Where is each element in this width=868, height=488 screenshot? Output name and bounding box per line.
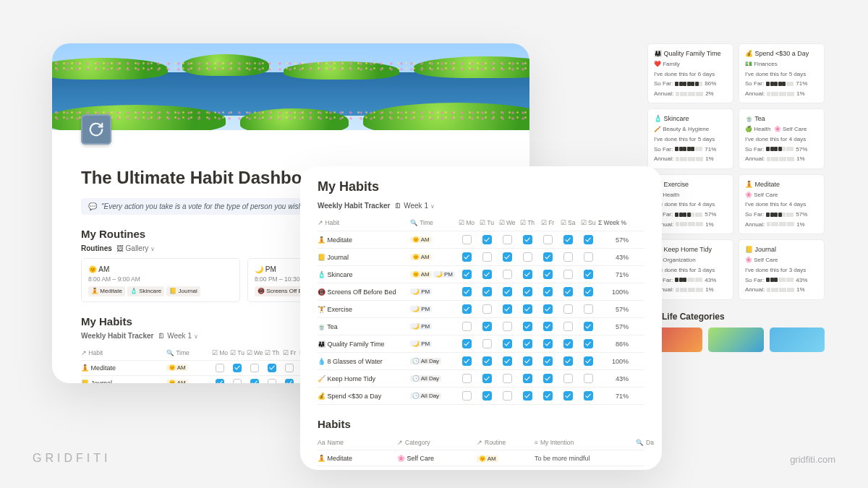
day-checkbox[interactable]: [558, 339, 578, 348]
day-checkbox[interactable]: [456, 287, 477, 296]
day-checkbox[interactable]: [477, 304, 497, 314]
day-checkbox[interactable]: [578, 322, 598, 331]
day-checkbox[interactable]: [558, 270, 578, 279]
life-category-thumb[interactable]: [770, 328, 825, 352]
day-checkbox[interactable]: [497, 374, 517, 383]
day-checkbox[interactable]: [537, 322, 558, 331]
day-checkbox[interactable]: [497, 391, 517, 401]
day-checkbox[interactable]: [537, 356, 558, 366]
day-checkbox[interactable]: [497, 322, 517, 331]
day-checkbox[interactable]: [517, 287, 537, 296]
day-checkbox[interactable]: [558, 304, 578, 314]
day-checkbox[interactable]: [456, 374, 477, 383]
day-checkbox[interactable]: [517, 270, 537, 279]
day-checkbox[interactable]: [497, 304, 517, 314]
habit-row[interactable]: 🍵 Tea 🌙 PM 57%: [318, 318, 644, 335]
habit-row[interactable]: 📵 Screens Off Before Bed 🌙 PM 100%: [318, 283, 644, 301]
day-checkbox[interactable]: [477, 322, 497, 331]
day-checkbox[interactable]: [558, 252, 578, 262]
day-checkbox[interactable]: [456, 322, 477, 331]
day-checkbox[interactable]: [281, 379, 298, 383]
day-checkbox[interactable]: [578, 270, 598, 279]
day-checkbox[interactable]: [456, 391, 477, 401]
day-checkbox[interactable]: [578, 339, 598, 348]
day-checkbox[interactable]: [229, 379, 246, 383]
habit-row[interactable]: 💧 8 Glasses of Water 🕒 All Day 100%: [318, 353, 644, 370]
day-checkbox[interactable]: [477, 235, 497, 244]
day-checkbox[interactable]: [537, 339, 558, 348]
stat-card[interactable]: 🧴 Skincare 🪥 Beauty & Hygiene I've done …: [647, 108, 733, 168]
day-checkbox[interactable]: [558, 374, 578, 383]
routine-card[interactable]: 🌞 AM 8:00 AM – 9:00 AM 🧘 Meditate🧴 Skinc…: [81, 258, 240, 302]
day-checkbox[interactable]: [211, 364, 229, 372]
day-checkbox[interactable]: [497, 235, 517, 244]
day-checkbox[interactable]: [477, 391, 497, 401]
day-checkbox[interactable]: [578, 374, 598, 383]
day-checkbox[interactable]: [477, 270, 497, 279]
day-checkbox[interactable]: [477, 287, 497, 296]
detail-row[interactable]: 📒 Journal 🌸 Self Care 🌞 AM To have an ou…: [318, 466, 644, 470]
habit-row[interactable]: 💰 Spend <$30 a Day 🕒 All Day 71%: [318, 388, 644, 405]
day-checkbox[interactable]: [263, 364, 281, 372]
day-checkbox[interactable]: [537, 391, 558, 401]
day-checkbox[interactable]: [517, 304, 537, 314]
day-checkbox[interactable]: [517, 374, 537, 383]
day-checkbox[interactable]: [456, 304, 477, 314]
detail-row[interactable]: 🧘 Meditate 🌸 Self Care 🌞 AM To be more m…: [318, 450, 644, 466]
day-checkbox[interactable]: [517, 339, 537, 348]
day-checkbox[interactable]: [497, 252, 517, 262]
day-checkbox[interactable]: [477, 374, 497, 383]
day-checkbox[interactable]: [578, 356, 598, 366]
day-checkbox[interactable]: [537, 270, 558, 279]
day-checkbox[interactable]: [578, 235, 598, 244]
week-selector[interactable]: 🗓 Week 1 ∨: [158, 332, 197, 340]
day-checkbox[interactable]: [497, 270, 517, 279]
day-checkbox[interactable]: [558, 356, 578, 366]
day-checkbox[interactable]: [497, 356, 517, 366]
day-checkbox[interactable]: [558, 235, 578, 244]
day-checkbox[interactable]: [537, 235, 558, 244]
tab-routines[interactable]: Routines: [81, 244, 112, 252]
day-checkbox[interactable]: [456, 252, 477, 262]
day-checkbox[interactable]: [246, 379, 263, 383]
day-checkbox[interactable]: [497, 339, 517, 348]
day-checkbox[interactable]: [558, 287, 578, 296]
day-checkbox[interactable]: [558, 322, 578, 331]
day-checkbox[interactable]: [517, 356, 537, 366]
day-checkbox[interactable]: [477, 252, 497, 262]
day-checkbox[interactable]: [456, 356, 477, 366]
day-checkbox[interactable]: [281, 364, 298, 372]
day-checkbox[interactable]: [537, 374, 558, 383]
day-checkbox[interactable]: [578, 304, 598, 314]
day-checkbox[interactable]: [517, 391, 537, 401]
day-checkbox[interactable]: [456, 339, 477, 348]
stat-card[interactable]: 👨‍👩‍👧 Quality Family Time ❤️ Family I've…: [647, 43, 733, 103]
view-gallery[interactable]: 🖼 Gallery ∨: [116, 244, 155, 252]
day-checkbox[interactable]: [578, 287, 598, 296]
stat-card[interactable]: 💰 Spend <$30 a Day 💵 Finances I've done …: [739, 43, 825, 103]
day-checkbox[interactable]: [477, 356, 497, 366]
day-checkbox[interactable]: [537, 252, 558, 262]
habit-row[interactable]: 🧴 Skincare 🌞 AM 🌙 PM 71%: [318, 266, 644, 283]
day-checkbox[interactable]: [517, 252, 537, 262]
day-checkbox[interactable]: [477, 339, 497, 348]
day-checkbox[interactable]: [537, 287, 558, 296]
stat-card[interactable]: 🧘 Meditate 🌸 Self Care I've done this fo…: [739, 174, 825, 234]
day-checkbox[interactable]: [456, 270, 477, 279]
day-checkbox[interactable]: [517, 235, 537, 244]
habit-row[interactable]: 🧘 Meditate 🌞 AM 57%: [318, 231, 644, 249]
habit-row[interactable]: 🧹 Keep Home Tidy 🕒 All Day 43%: [318, 370, 644, 388]
stat-card[interactable]: 🍵 Tea 🍏 Health 🌸 Self Care I've done thi…: [739, 108, 825, 168]
habit-row[interactable]: 👨‍👩‍👧 Quality Family Time 🌙 PM 86%: [318, 335, 644, 353]
day-checkbox[interactable]: [558, 391, 578, 401]
day-checkbox[interactable]: [537, 304, 558, 314]
habit-row[interactable]: 🏋️ Exercise 🌙 PM 57%: [318, 301, 644, 318]
day-checkbox[interactable]: [211, 379, 229, 383]
habit-row[interactable]: 📒 Journal 🌞 AM 43%: [318, 249, 644, 266]
week-selector-front[interactable]: 🗓 Week 1 ∨: [394, 202, 434, 210]
day-checkbox[interactable]: [497, 287, 517, 296]
stat-card[interactable]: 📒 Journal 🌸 Self Care I've done this for…: [739, 239, 825, 299]
page-icon-refresh[interactable]: [81, 114, 111, 145]
day-checkbox[interactable]: [263, 379, 281, 383]
day-checkbox[interactable]: [517, 322, 537, 331]
